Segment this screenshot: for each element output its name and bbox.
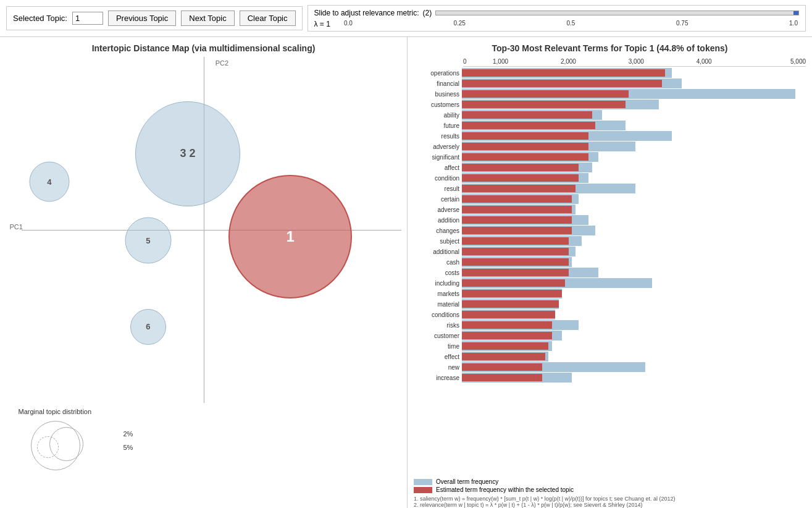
bar-group: [462, 352, 806, 362]
bar-label: future: [414, 122, 462, 129]
bar-row: customers: [414, 99, 806, 109]
bar-red: [462, 80, 662, 88]
bar-label: addition: [414, 217, 462, 224]
marginal-section: Marginal topic distribtion 2% 5%: [6, 408, 401, 473]
bar-group: [462, 163, 806, 172]
bar-red: [462, 311, 555, 319]
bar-red: [462, 206, 572, 214]
bar-red: [462, 174, 579, 182]
bar-row: result: [414, 184, 806, 193]
slider-fill: [793, 11, 798, 15]
bar-group: [462, 152, 806, 162]
bar-red: [462, 363, 542, 371]
legend-row-blue: Overall term frequency: [414, 478, 806, 485]
bar-group: [462, 131, 806, 141]
bar-group: [462, 68, 806, 78]
pc2-label: PC2: [216, 59, 228, 67]
topic-bubble-1[interactable]: 1: [228, 175, 352, 298]
bar-row: adversely: [414, 142, 806, 151]
bar-group: [462, 320, 806, 330]
left-panel: Intertopic Distance Map (via multidimens…: [0, 37, 408, 508]
topic-bubble-6[interactable]: 6: [130, 309, 166, 345]
bar-label: results: [414, 133, 462, 140]
bar-red: [462, 101, 626, 109]
bar-red: [462, 248, 569, 256]
bar-label: customer: [414, 332, 462, 339]
bar-red: [462, 122, 595, 130]
bar-row: ability: [414, 110, 806, 120]
topic-bubble-4[interactable]: 4: [29, 161, 69, 201]
bar-label: conditions: [414, 311, 462, 318]
topic-input[interactable]: [72, 12, 103, 25]
bar-row: material: [414, 299, 806, 309]
bar-row: customer: [414, 331, 806, 341]
bar-group: [462, 278, 806, 288]
bar-group: [462, 310, 806, 320]
bar-red: [462, 321, 552, 329]
bar-red: [462, 132, 588, 140]
bar-red: [462, 374, 542, 382]
selected-topic-label: Selected Topic:: [13, 14, 67, 23]
bar-group: [462, 194, 806, 204]
clear-topic-button[interactable]: Clear Topic: [240, 11, 296, 26]
bar-group: [462, 184, 806, 193]
bar-row: addition: [414, 215, 806, 225]
bar-row: business: [414, 89, 806, 99]
mds-area: PC2 PC1 1 3 2 4 5 6: [6, 57, 401, 403]
bar-label: customers: [414, 101, 462, 108]
bar-row: including: [414, 278, 806, 288]
bar-row: changes: [414, 226, 806, 235]
bar-label: significant: [414, 154, 462, 161]
bar-group: [462, 89, 806, 99]
bar-group: [462, 341, 806, 351]
bar-red: [462, 290, 562, 298]
mds-title: Intertopic Distance Map (via multidimens…: [92, 43, 316, 53]
bar-row: affect: [414, 163, 806, 172]
next-topic-button[interactable]: Next Topic: [181, 11, 234, 26]
bar-group: [462, 257, 806, 267]
right-panel: Top-30 Most Relevant Terms for Topic 1 (…: [408, 37, 812, 508]
bar-row: risks: [414, 320, 806, 330]
bar-group: [462, 331, 806, 341]
bar-group: [462, 99, 806, 109]
footnote-section: 1. saliency(term w) = frequency(w) * [su…: [414, 496, 806, 508]
bar-red: [462, 164, 579, 172]
marginal-pct-2: 2%: [123, 430, 133, 438]
bar-red: [462, 227, 572, 235]
bar-red: [462, 332, 552, 340]
bar-red: [462, 216, 572, 224]
relevance-slider[interactable]: [435, 11, 799, 15]
chart-title: Top-30 Most Relevant Terms for Topic 1 (…: [414, 43, 806, 53]
bar-row: markets: [414, 289, 806, 298]
marginal-title: Marginal topic distribtion: [19, 408, 92, 415]
bar-red: [462, 69, 665, 77]
bars-area: operationsfinancialbusinesscustomersabil…: [414, 68, 806, 475]
bar-row: time: [414, 341, 806, 351]
slider-ticks: 0.0 0.25 0.5 0.75 1.0: [343, 20, 799, 28]
bar-label: certain: [414, 196, 462, 203]
top-bar: Selected Topic: Previous Topic Next Topi…: [0, 0, 812, 37]
bar-red: [462, 353, 545, 361]
bar-row: financial: [414, 78, 806, 88]
bar-row: additional: [414, 247, 806, 256]
legend-box-blue: [414, 479, 432, 485]
bar-red: [462, 195, 572, 203]
bar-label: operations: [414, 70, 462, 77]
bar-label: cash: [414, 259, 462, 266]
bar-row: increase: [414, 373, 806, 383]
bar-label: financial: [414, 80, 462, 87]
bar-group: [462, 142, 806, 151]
bar-label: markets: [414, 290, 462, 297]
bar-label: increase: [414, 375, 462, 381]
previous-topic-button[interactable]: Previous Topic: [108, 11, 176, 26]
bar-red: [462, 258, 569, 266]
bar-group: [462, 78, 806, 88]
bar-label: new: [414, 364, 462, 371]
slider-note: (2): [423, 9, 432, 17]
pc1-label: PC1: [10, 223, 23, 231]
topic-bubble-32[interactable]: 3 2: [135, 101, 240, 206]
bar-row: cash: [414, 257, 806, 267]
bar-label: including: [414, 280, 462, 287]
legend-section: Overall term frequency Estimated term fr…: [414, 478, 806, 493]
topic-bubble-5[interactable]: 5: [125, 217, 171, 263]
